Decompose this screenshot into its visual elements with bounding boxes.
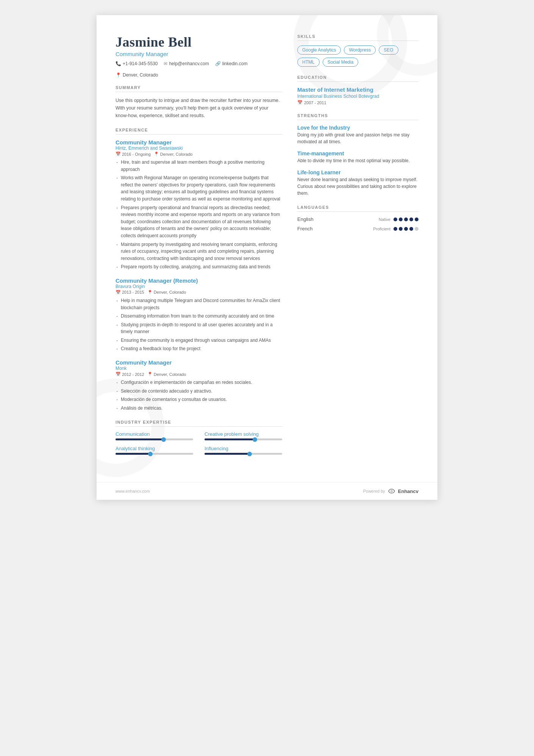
exp-dates-1: 📅 2016 - Ongoing: [116, 152, 151, 157]
skills-title: SKILLS: [297, 34, 418, 41]
strengths-section: STRENGTHS Love for the Industry Doing my…: [297, 113, 418, 197]
skill-tag-4: Social Media: [323, 58, 359, 67]
expertise-creative: Creative problem solving: [205, 431, 282, 440]
progress-dot-2: [148, 452, 153, 456]
bullet-1-5: Prepare reports by collecting, analyzing…: [116, 263, 282, 271]
lang-dot-0-3: [409, 218, 413, 221]
strength-title-2: Life-long Learner: [297, 169, 418, 175]
summary-title: SUMMARY: [116, 85, 282, 92]
expertise-grid: Communication Creative problem solving: [116, 431, 282, 455]
exp-company-1: Hintz, Emmerich and Swaniawski: [116, 146, 282, 151]
strength-desc-2: Never done learning and always seeking t…: [297, 176, 418, 197]
exp-company-3: Monk: [116, 366, 282, 371]
lang-name-1: French: [297, 226, 328, 232]
lang-level-1: Proficient: [373, 227, 390, 231]
linkedin-text: linkedin.com: [222, 61, 248, 66]
progress-bg-3: [205, 453, 282, 455]
location-icon-1: 📍: [154, 152, 159, 157]
progress-bg-2: [116, 453, 193, 455]
exp-location-1: 📍 Denver, Colorado: [154, 152, 193, 157]
phone-icon: 📞: [116, 61, 121, 66]
exp-location-3: 📍 Denver, Colorado: [147, 372, 186, 377]
exp-dates-2: 📅 2013 - 2015: [116, 290, 144, 295]
calendar-icon-2: 📅: [116, 290, 121, 295]
enhancv-logo-icon: [387, 488, 396, 494]
lang-dots-0: [393, 218, 418, 221]
experience-section: EXPERIENCE Community Manager Hintz, Emme…: [116, 128, 282, 412]
industry-expertise-title: INDUSTRY EXPERTISE: [116, 420, 282, 427]
location-icon-2: 📍: [147, 290, 153, 295]
lang-dot-0-1: [399, 218, 403, 221]
lang-name-0: English: [297, 216, 328, 222]
exp-bullets-2: Help in managing multiple Telegram and D…: [116, 297, 282, 352]
industry-expertise-section: INDUSTRY EXPERTISE Communication Creativ…: [116, 420, 282, 455]
lang-dot-1-4: [415, 227, 418, 231]
expertise-label-0: Communication: [116, 431, 193, 437]
resume-wrapper: Jasmine Bell Community Manager 📞 +1-914-…: [97, 15, 437, 500]
full-name: Jasmine Bell: [116, 34, 282, 50]
bullet-2-5: Creating a feedback loop for the project: [116, 345, 282, 352]
education-title: EDUCATION: [297, 75, 418, 82]
lang-dot-0-0: [393, 218, 397, 221]
expertise-communication: Communication: [116, 431, 193, 440]
strength-desc-1: Able to divide my time in the most optim…: [297, 157, 418, 164]
strength-item-1: Time-management Able to divide my time i…: [297, 150, 418, 164]
bullet-2-2: Dissemating information from team to the…: [116, 313, 282, 320]
progress-fill-2: [116, 453, 150, 455]
bullet-2-1: Help in managing multiple Telegram and D…: [116, 297, 282, 311]
calendar-edu-icon: 📅: [297, 100, 303, 105]
progress-bg-1: [205, 438, 282, 440]
progress-fill-3: [205, 453, 250, 455]
skills-section: SKILLS Google Analytics Wordpress SEO HT…: [297, 34, 418, 67]
expertise-label-1: Creative problem solving: [205, 431, 282, 437]
calendar-icon-1: 📅: [116, 152, 121, 157]
progress-fill-0: [116, 438, 164, 440]
location-text: Denver, Colorado: [123, 72, 158, 78]
exp-bullets-3: Configuración e implementación de campañ…: [116, 379, 282, 412]
expertise-analytical: Analytical thinking: [116, 446, 193, 455]
lang-dot-0-4: [415, 218, 418, 221]
link-icon: 🔗: [215, 61, 221, 66]
strength-desc-0: Doing my job with great love and passion…: [297, 131, 418, 145]
progress-dot-1: [253, 437, 257, 442]
exp-meta-3: 📅 2012 - 2012 📍 Denver, Colorado: [116, 372, 282, 377]
strengths-title: STRENGTHS: [297, 113, 418, 120]
email-text: help@enhancv.com: [169, 61, 209, 66]
bullet-3-2: Selección de contenido adecuado y atract…: [116, 388, 282, 395]
calendar-icon-3: 📅: [116, 372, 121, 377]
languages-section: LANGUAGES English Native: [297, 205, 418, 232]
job-title: Community Manager: [116, 51, 282, 57]
header: Jasmine Bell Community Manager 📞 +1-914-…: [116, 34, 282, 78]
skill-tag-3: HTML: [297, 58, 320, 67]
progress-bg-0: [116, 438, 193, 440]
education-section: EDUCATION Master of Internet Marketing I…: [297, 75, 418, 105]
edu-dates: 📅 2007 - 2011: [297, 100, 418, 105]
phone-text: +1-914-345-5530: [123, 61, 158, 66]
exp-title-3: Community Manager: [116, 359, 282, 366]
email-contact: ✉ help@enhancv.com: [164, 61, 209, 66]
lang-dot-1-0: [393, 227, 397, 231]
lang-level-0: Native: [379, 217, 390, 222]
resume-footer: www.enhancv.com Powered by Enhancv: [97, 482, 437, 500]
exp-company-2: Bravura Origin: [116, 284, 282, 289]
exp-location-2: 📍 Denver, Colorado: [147, 290, 186, 295]
bullet-2-4: Ensuring the community is engaged throug…: [116, 337, 282, 344]
lang-dot-1-2: [404, 227, 408, 231]
skills-tags: Google Analytics Wordpress SEO HTML Soci…: [297, 45, 418, 67]
bullet-1-1: Hire, train and supervise all team membe…: [116, 159, 282, 173]
exp-dates-3: 📅 2012 - 2012: [116, 372, 144, 377]
lang-level-wrap-1: Proficient: [373, 227, 418, 231]
strength-title-0: Love for the Industry: [297, 125, 418, 131]
exp-meta-1: 📅 2016 - Ongoing 📍 Denver, Colorado: [116, 152, 282, 157]
languages-title: LANGUAGES: [297, 205, 418, 212]
right-column: SKILLS Google Analytics Wordpress SEO HT…: [297, 34, 418, 463]
footer-url: www.enhancv.com: [116, 489, 150, 493]
exp-bullets-1: Hire, train and supervise all team membe…: [116, 159, 282, 271]
lang-french: French Proficient: [297, 226, 418, 232]
location-icon: 📍: [116, 72, 121, 78]
exp-meta-2: 📅 2013 - 2015 📍 Denver, Colorado: [116, 290, 282, 295]
bullet-1-4: Maintains property by investigating and …: [116, 241, 282, 262]
lang-dot-0-2: [404, 218, 408, 221]
contact-bar: 📞 +1-914-345-5530 ✉ help@enhancv.com 🔗 l…: [116, 61, 282, 78]
expertise-label-2: Analytical thinking: [116, 446, 193, 451]
